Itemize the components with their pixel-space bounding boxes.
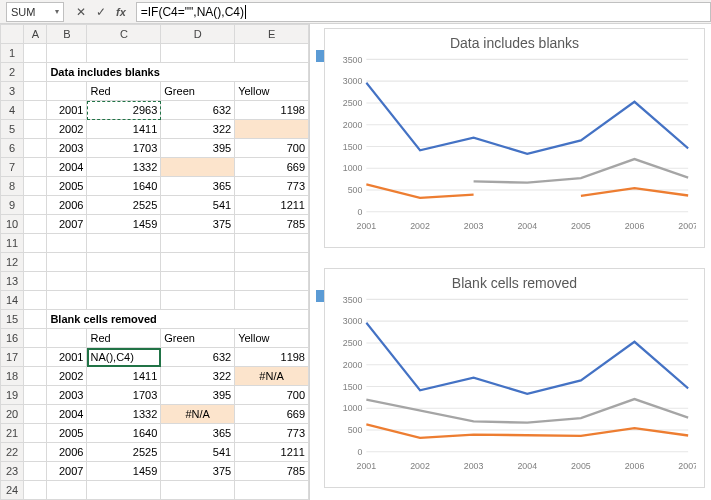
- cancel-icon[interactable]: ✕: [76, 5, 86, 19]
- cell[interactable]: 2003: [47, 139, 87, 158]
- col-header-D[interactable]: D: [161, 25, 235, 44]
- col-header-A[interactable]: A: [24, 25, 47, 44]
- table1-hdr-green[interactable]: Green: [161, 82, 235, 101]
- row-header[interactable]: 2: [1, 63, 24, 82]
- cell[interactable]: [24, 177, 47, 196]
- row-header[interactable]: 1: [1, 44, 24, 63]
- cell[interactable]: [24, 424, 47, 443]
- cell[interactable]: [161, 44, 235, 63]
- cell[interactable]: [235, 253, 309, 272]
- cell[interactable]: [87, 291, 161, 310]
- cell[interactable]: [87, 44, 161, 63]
- cell[interactable]: [161, 234, 235, 253]
- cell[interactable]: [24, 139, 47, 158]
- cell[interactable]: 1703: [87, 386, 161, 405]
- cell[interactable]: [47, 44, 87, 63]
- row-header[interactable]: 7: [1, 158, 24, 177]
- table1-hdr-red[interactable]: Red: [87, 82, 161, 101]
- row-header[interactable]: 3: [1, 82, 24, 101]
- cell[interactable]: [24, 481, 47, 500]
- cell[interactable]: [24, 329, 47, 348]
- cell[interactable]: 1198: [235, 101, 309, 120]
- cell[interactable]: [47, 253, 87, 272]
- cell[interactable]: 700: [235, 386, 309, 405]
- cell[interactable]: [87, 234, 161, 253]
- row-header[interactable]: 20: [1, 405, 24, 424]
- row-header[interactable]: 6: [1, 139, 24, 158]
- chart-2[interactable]: Blank cells removed 05001000150020002500…: [324, 268, 705, 488]
- cell[interactable]: 1211: [235, 443, 309, 462]
- cell[interactable]: [235, 481, 309, 500]
- cell[interactable]: [24, 348, 47, 367]
- cell[interactable]: 1459: [87, 215, 161, 234]
- cell[interactable]: 322: [161, 120, 235, 139]
- cell[interactable]: 2005: [47, 177, 87, 196]
- cell[interactable]: 669: [235, 405, 309, 424]
- cell[interactable]: 1640: [87, 177, 161, 196]
- name-box[interactable]: SUM ▾: [6, 2, 64, 22]
- cell[interactable]: 1211: [235, 196, 309, 215]
- chart-1[interactable]: Data includes blanks 0500100015002000250…: [324, 28, 705, 248]
- cell-na[interactable]: #N/A: [161, 405, 235, 424]
- spreadsheet-grid[interactable]: A B C D E 1 2Data includes blanks 3RedGr…: [0, 24, 310, 500]
- cell-blank[interactable]: [161, 158, 235, 177]
- cell[interactable]: 2004: [47, 158, 87, 177]
- cell[interactable]: [161, 272, 235, 291]
- cell[interactable]: 2007: [47, 462, 87, 481]
- cell[interactable]: 2006: [47, 443, 87, 462]
- cell[interactable]: 395: [161, 139, 235, 158]
- fx-icon[interactable]: fx: [116, 6, 126, 18]
- cell[interactable]: 1411: [87, 367, 161, 386]
- row-header[interactable]: 23: [1, 462, 24, 481]
- col-header-C[interactable]: C: [87, 25, 161, 44]
- cell[interactable]: 2002: [47, 367, 87, 386]
- cell[interactable]: [47, 234, 87, 253]
- cell[interactable]: [24, 158, 47, 177]
- cell[interactable]: 322: [161, 367, 235, 386]
- cell[interactable]: [24, 272, 47, 291]
- row-header[interactable]: 14: [1, 291, 24, 310]
- table2-hdr-red[interactable]: Red: [87, 329, 161, 348]
- row-header[interactable]: 18: [1, 367, 24, 386]
- select-all-corner[interactable]: [1, 25, 24, 44]
- cell[interactable]: [87, 253, 161, 272]
- cell[interactable]: [161, 253, 235, 272]
- cell[interactable]: 773: [235, 424, 309, 443]
- cell[interactable]: 700: [235, 139, 309, 158]
- name-box-dropdown-icon[interactable]: ▾: [55, 7, 59, 16]
- cell[interactable]: [47, 481, 87, 500]
- cell[interactable]: 375: [161, 215, 235, 234]
- row-header[interactable]: 12: [1, 253, 24, 272]
- cell[interactable]: 2004: [47, 405, 87, 424]
- cell[interactable]: 2001: [47, 348, 87, 367]
- cell[interactable]: [47, 272, 87, 291]
- cell[interactable]: [24, 101, 47, 120]
- cell[interactable]: 785: [235, 215, 309, 234]
- table1-title[interactable]: Data includes blanks: [47, 63, 309, 82]
- table2-title[interactable]: Blank cells removed: [47, 310, 309, 329]
- col-header-B[interactable]: B: [47, 25, 87, 44]
- row-header[interactable]: 16: [1, 329, 24, 348]
- cell[interactable]: 1332: [87, 158, 161, 177]
- cell[interactable]: [24, 215, 47, 234]
- cell[interactable]: 1459: [87, 462, 161, 481]
- cell[interactable]: 2001: [47, 101, 87, 120]
- cell[interactable]: [24, 310, 47, 329]
- cell[interactable]: [47, 329, 87, 348]
- row-header[interactable]: 8: [1, 177, 24, 196]
- cell[interactable]: 2005: [47, 424, 87, 443]
- cell[interactable]: 669: [235, 158, 309, 177]
- row-header[interactable]: 15: [1, 310, 24, 329]
- table2-hdr-green[interactable]: Green: [161, 329, 235, 348]
- cell[interactable]: [87, 481, 161, 500]
- cell[interactable]: [235, 272, 309, 291]
- cell[interactable]: [235, 291, 309, 310]
- cell[interactable]: [24, 443, 47, 462]
- cell[interactable]: 2525: [87, 443, 161, 462]
- cell[interactable]: 1411: [87, 120, 161, 139]
- cell[interactable]: [24, 405, 47, 424]
- cell[interactable]: [24, 291, 47, 310]
- cell[interactable]: 365: [161, 424, 235, 443]
- row-header[interactable]: 5: [1, 120, 24, 139]
- cell[interactable]: [24, 234, 47, 253]
